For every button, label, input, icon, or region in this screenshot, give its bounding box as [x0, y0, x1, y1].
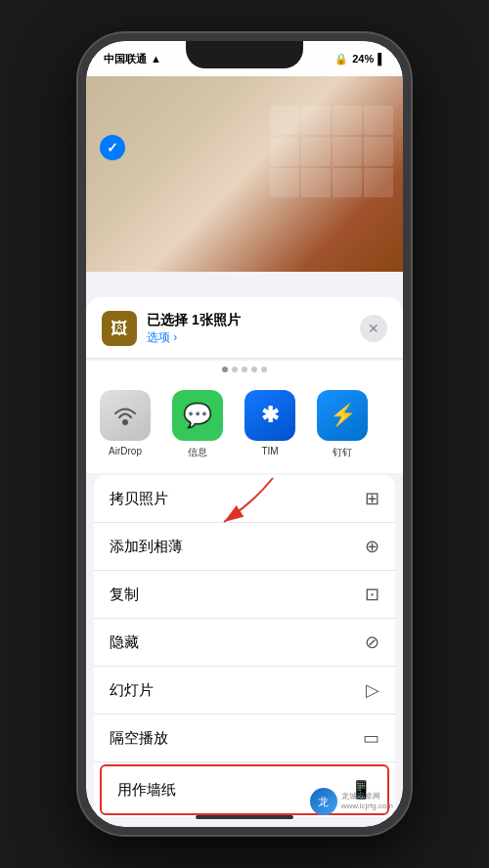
wallpaper-label: 用作墙纸	[117, 781, 176, 800]
add-to-album-icon: ⊕	[365, 536, 379, 557]
slideshow-label: 幻灯片	[110, 681, 154, 700]
hide-icon: ⊘	[365, 631, 379, 653]
action-menu-list: 拷贝照片 ⊞ 添加到相薄 ⊕ 复制 ⊡ 隐藏 ⊘ 幻灯片 ▷	[94, 475, 395, 817]
hide-label: 隐藏	[110, 633, 139, 652]
share-header: 🖼 已选择 1张照片 选项 › ✕	[86, 297, 403, 359]
watermark-logo-icon: 龙	[310, 788, 337, 815]
carrier-label: 中国联通	[104, 52, 147, 66]
app-icons-row: AirDrop 💬 信息 ✱ TIM ⚡	[86, 374, 403, 473]
watermark-site2: www.lcjrfg.com	[341, 802, 393, 811]
photo-selected-checkmark: ✓	[100, 135, 125, 160]
messages-label: 信息	[188, 446, 207, 459]
duplicate-label: 复制	[110, 586, 139, 604]
dingding-label: 钉钉	[333, 446, 352, 459]
messages-icon-bg: 💬	[172, 390, 223, 441]
tim-logo-icon: ✱	[261, 403, 279, 428]
home-indicator[interactable]	[196, 815, 293, 819]
menu-item-duplicate[interactable]: 复制 ⊡	[94, 571, 395, 619]
app-icon-airdrop[interactable]: AirDrop	[96, 390, 155, 459]
share-options-link[interactable]: 选项 ›	[147, 329, 241, 346]
airplay-icon: ▭	[363, 727, 379, 749]
signal-icon: ▲	[151, 53, 161, 65]
dot-5	[261, 367, 267, 372]
battery-icon: ▌	[378, 53, 385, 65]
share-sheet: 🖼 已选择 1张照片 选项 › ✕	[86, 297, 403, 827]
dot-1	[222, 367, 228, 372]
app-icon-tim[interactable]: ✱ TIM	[241, 390, 299, 459]
tim-icon-bg: ✱	[244, 390, 295, 441]
phone-screen: 中国联通 ▲ 🔒 24% ▌ ✓	[86, 41, 403, 827]
battery-percent: 24%	[352, 53, 374, 65]
menu-item-add-to-album[interactable]: 添加到相薄 ⊕	[94, 523, 395, 571]
airdrop-wifi-icon	[111, 401, 140, 430]
airplay-label: 隔空播放	[110, 729, 168, 748]
dot-3	[242, 367, 247, 372]
share-header-text: 已选择 1张照片 选项 ›	[147, 312, 241, 346]
photo-background: ✓	[86, 76, 403, 272]
dingding-icon-bg: ⚡	[317, 390, 368, 441]
svg-point-0	[122, 419, 128, 425]
add-to-album-label: 添加到相薄	[110, 538, 183, 556]
watermark: 龙 龙城安卓网 www.lcjrfg.com	[310, 788, 393, 815]
copy-photo-label: 拷贝照片	[110, 490, 168, 508]
slideshow-icon: ▷	[366, 679, 379, 701]
menu-item-hide[interactable]: 隐藏 ⊘	[94, 619, 395, 667]
share-header-left: 🖼 已选择 1张照片 选项 ›	[102, 311, 241, 346]
menu-item-copy-photo[interactable]: 拷贝照片 ⊞	[94, 475, 395, 523]
menu-item-slideshow[interactable]: 幻灯片 ▷	[94, 667, 395, 715]
watermark-text: 龙城安卓网 www.lcjrfg.com	[341, 792, 393, 812]
phone-frame: 中国联通 ▲ 🔒 24% ▌ ✓	[78, 33, 411, 835]
app-icon-messages[interactable]: 💬 信息	[168, 390, 227, 459]
page-dots	[86, 361, 403, 374]
tim-label: TIM	[261, 446, 278, 456]
copy-photo-icon: ⊞	[365, 488, 379, 509]
notch	[186, 41, 303, 68]
share-title: 已选择 1张照片	[147, 312, 241, 329]
duplicate-icon: ⊡	[365, 584, 379, 605]
dot-4	[251, 367, 257, 372]
airdrop-label: AirDrop	[109, 446, 142, 456]
watermark-site1: 龙城安卓网	[341, 792, 393, 802]
app-icon-dingding[interactable]: ⚡ 钉钉	[313, 390, 372, 459]
messages-bubble-icon: 💬	[183, 402, 212, 429]
dot-2	[232, 367, 238, 372]
photo-bg-gradient	[86, 76, 403, 272]
dingding-logo-icon: ⚡	[330, 403, 356, 428]
airdrop-icon-bg	[100, 390, 151, 441]
lock-icon: 🔒	[334, 53, 348, 65]
share-header-icon: 🖼	[102, 311, 137, 346]
share-close-button[interactable]: ✕	[360, 315, 387, 342]
photo-grid	[270, 106, 393, 197]
menu-item-airplay[interactable]: 隔空播放 ▭	[94, 715, 395, 762]
